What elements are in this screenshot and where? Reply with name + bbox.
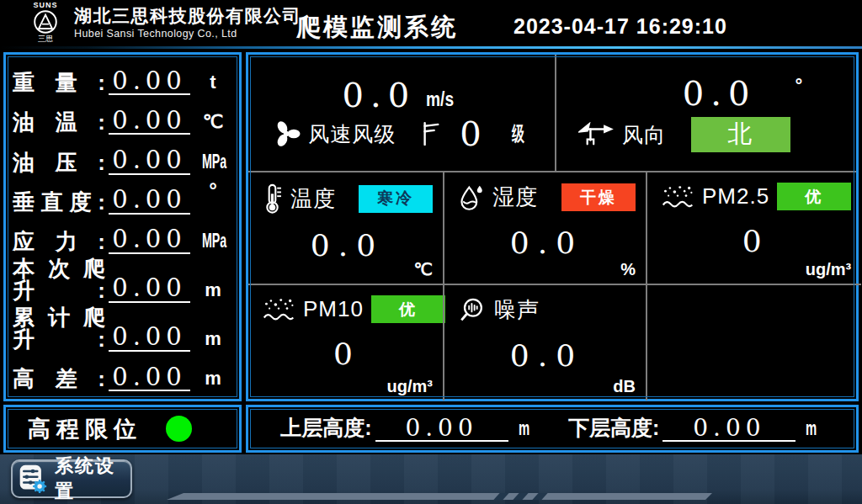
height-diff-unit: m: [195, 369, 231, 395]
lower-height-label: 下层高度:: [568, 417, 659, 442]
total-climb-label: 累计爬升:: [13, 306, 105, 355]
humidity-label: 湿度: [492, 183, 538, 212]
logo-text-bottom: 三思: [38, 35, 53, 43]
header-accent-line: [0, 46, 862, 49]
oil-pressure-unit: MPa: [202, 152, 224, 178]
wind-direction-label: 风向: [622, 121, 666, 149]
sensor-grid: 温度 寒冷 0.0 ℃ 湿度 干燥: [248, 171, 856, 401]
logo-text-top: SUNS: [33, 2, 57, 9]
upper-height-group: 上层高度: 0.00 m: [280, 416, 536, 442]
wind-speed-value: 0.0: [343, 78, 417, 112]
wind-direction-section: 0.0 °: [556, 55, 856, 171]
system-settings-button[interactable]: 系统设置: [11, 459, 132, 498]
humidity-value: 0.0: [458, 225, 636, 260]
datetime-display: 2023-04-17 16:29:10: [513, 14, 727, 39]
noise-value: 0.0: [458, 338, 636, 373]
verticality-value: 0.00: [109, 187, 190, 214]
elevation-limit-indicator: [166, 416, 192, 442]
wind-direction-unit: °: [795, 77, 802, 95]
pm10-label: PM10: [303, 296, 364, 322]
humidity-status-badge: 干燥: [561, 183, 636, 211]
pm10-status-badge: 优: [371, 295, 445, 323]
monitoring-screen: SUNS 三思 湖北三思科技股份有限公司 Hubei Sansi Technol…: [0, 0, 862, 504]
pm25-value: 0: [661, 224, 851, 258]
sidebar-row-current-climb: 本次爬升: 0.00 m: [13, 257, 231, 306]
settings-sliders-gear-icon: [18, 464, 48, 494]
humidity-unit: %: [620, 260, 636, 279]
company-logo: SUNS 三思: [22, 2, 69, 43]
wind-level-flag-icon: [421, 120, 441, 147]
sensor-cell-pm10: PM10 优 0 ug/m³: [248, 284, 443, 401]
upper-height-unit: m: [519, 418, 529, 442]
current-climb-label: 本次爬升:: [13, 257, 105, 306]
noise-label: 噪声: [494, 295, 540, 325]
current-climb-unit: m: [195, 281, 231, 306]
suns-logo-icon: [33, 9, 58, 34]
wind-vane-icon: [578, 122, 614, 147]
wind-speed-section: 0.0 m/s 风速风级: [248, 55, 556, 171]
wind-speed-label: 风速风级: [308, 120, 396, 148]
temperature-label: 温度: [290, 184, 336, 214]
elevation-limit-label: 高程限位: [28, 414, 142, 444]
elevation-limit-panel: 高程限位: [3, 405, 242, 453]
droplet-icon: [458, 183, 485, 212]
environment-panel: 0.0 m/s 风速风级: [246, 52, 859, 401]
pm10-value: 0: [262, 337, 433, 371]
measurements-sidebar: 重量: 0.00 t 油温: 0.00 ℃ 油压: 0.00 MPa 垂直度: …: [3, 52, 242, 401]
sensor-cell-noise: 噪声 0.0 dB: [443, 284, 646, 401]
sidebar-row-verticality: 垂直度: 0.00 °: [13, 178, 231, 218]
oil-temp-label: 油温:: [13, 111, 105, 138]
sidebar-row-stress: 应力: 0.00 MPa: [13, 218, 231, 257]
taskbar-decorative-stripe: [167, 493, 712, 500]
lower-height-unit: m: [806, 418, 817, 442]
wind-level-unit: 级: [512, 120, 524, 146]
upper-height-value: 0.00: [375, 416, 508, 442]
header: SUNS 三思 湖北三思科技股份有限公司 Hubei Sansi Technol…: [0, 0, 862, 49]
oil-pressure-label: 油压:: [13, 151, 105, 178]
oil-temp-unit: ℃: [195, 113, 231, 138]
particles-icon: [262, 296, 295, 322]
temperature-unit: ℃: [414, 259, 433, 279]
thermometer-icon: [262, 183, 283, 215]
sensor-cell-temperature: 温度 寒冷 0.0 ℃: [248, 172, 443, 284]
taskbar: 系统设置: [0, 454, 862, 504]
sensor-cell-empty: [646, 284, 861, 401]
stress-unit: MPa: [202, 231, 224, 257]
sidebar-row-total-climb: 累计爬升: 0.00 m: [13, 306, 231, 355]
wind-row: 0.0 m/s 风速风级: [248, 55, 856, 171]
weight-unit: t: [195, 73, 231, 98]
fan-icon: [271, 119, 301, 149]
noise-unit: dB: [613, 377, 636, 396]
total-climb-value: 0.00: [109, 324, 190, 351]
wind-direction-badge: 北: [691, 117, 790, 152]
layer-heights-panel: 上层高度: 0.00 m 下层高度: 0.00 m: [246, 405, 859, 453]
stress-value: 0.00: [109, 226, 190, 253]
page-title: 爬模监测系统: [296, 11, 458, 45]
sensor-cell-pm25: PM2.5 优 0 ug/m³: [646, 172, 861, 284]
verticality-unit: °: [195, 178, 231, 207]
company-name-cn: 湖北三思科技股份有限公司: [74, 5, 301, 26]
stress-label: 应力:: [13, 231, 105, 257]
weight-value: 0.00: [109, 68, 190, 95]
company-name-en: Hubei Sansi Technology Co., Ltd: [74, 28, 301, 40]
sidebar-row-oil-temp: 油温: 0.00 ℃: [13, 98, 231, 138]
wind-speed-unit: m/s: [426, 86, 454, 112]
wind-direction-value: 0.0: [683, 77, 757, 110]
weight-label: 重量:: [13, 72, 105, 98]
oil-pressure-value: 0.00: [109, 147, 190, 174]
particles-icon: [661, 183, 694, 210]
sidebar-row-oil-pressure: 油压: 0.00 MPa: [13, 138, 231, 178]
temperature-status-badge: 寒冷: [359, 185, 433, 213]
pm25-unit: ug/m³: [806, 260, 851, 279]
lower-height-group: 下层高度: 0.00 m: [568, 416, 824, 442]
sidebar-row-height-diff: 高差: 0.00 m: [13, 355, 231, 395]
stripe-slash: [493, 493, 508, 500]
company-name: 湖北三思科技股份有限公司 Hubei Sansi Technology Co.,…: [74, 5, 301, 40]
wind-level-value: 0: [460, 117, 487, 151]
height-diff-value: 0.00: [109, 364, 190, 391]
upper-height-label: 上层高度:: [280, 417, 371, 442]
stripe-slash: [532, 493, 547, 500]
stripe-slash: [513, 493, 528, 500]
sidebar-row-weight: 重量: 0.00 t: [13, 59, 231, 98]
current-climb-value: 0.00: [109, 275, 190, 302]
